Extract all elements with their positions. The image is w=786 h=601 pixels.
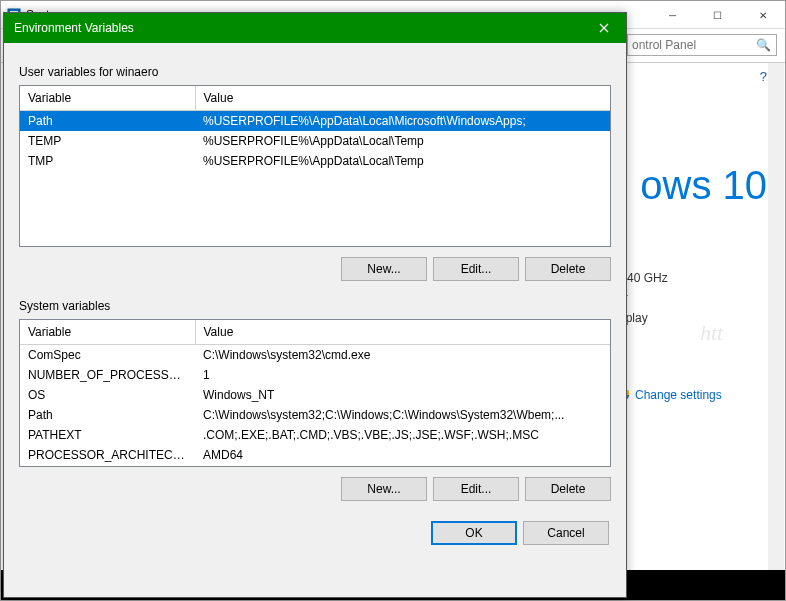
- system-specs: 3.40 GHz or isplay: [617, 268, 767, 328]
- var-value: %USERPROFILE%\AppData\Local\Temp: [195, 131, 610, 151]
- windows10-logo-text: ows 10: [617, 163, 767, 208]
- maximize-button[interactable]: ☐: [695, 1, 740, 29]
- cancel-button[interactable]: Cancel: [523, 521, 609, 545]
- var-name: Path: [20, 110, 195, 131]
- scrollbar[interactable]: [768, 63, 784, 599]
- var-value: %USERPROFILE%\AppData\Local\Microsoft\Wi…: [195, 110, 610, 131]
- system-vars-label: System variables: [19, 299, 611, 313]
- ok-button[interactable]: OK: [431, 521, 517, 545]
- var-value: 1: [195, 365, 610, 385]
- search-icon: 🔍: [756, 38, 771, 52]
- spec-line: 3.40 GHz: [617, 268, 767, 288]
- var-value: %USERPROFILE%\AppData\Local\Temp: [195, 151, 610, 171]
- system-vars-table[interactable]: Variable Value ComSpecC:\Windows\system3…: [19, 319, 611, 467]
- user-delete-button[interactable]: Delete: [525, 257, 611, 281]
- change-settings-label: Change settings: [635, 388, 722, 402]
- var-name: PROCESSOR_ARCHITECTURE: [20, 445, 195, 465]
- col-header-variable[interactable]: Variable: [20, 86, 195, 110]
- var-value: AMD64: [195, 445, 610, 465]
- table-row[interactable]: TMP%USERPROFILE%\AppData\Local\Temp: [20, 151, 610, 171]
- var-value: Windows_NT: [195, 385, 610, 405]
- user-edit-button[interactable]: Edit...: [433, 257, 519, 281]
- env-dialog: Environment Variables User variables for…: [3, 12, 627, 598]
- var-name: TEMP: [20, 131, 195, 151]
- sys-new-button[interactable]: New...: [341, 477, 427, 501]
- user-new-button[interactable]: New...: [341, 257, 427, 281]
- user-vars-table[interactable]: Variable Value Path%USERPROFILE%\AppData…: [19, 85, 611, 247]
- sys-edit-button[interactable]: Edit...: [433, 477, 519, 501]
- sys-delete-button[interactable]: Delete: [525, 477, 611, 501]
- col-header-value[interactable]: Value: [195, 320, 610, 344]
- var-name: NUMBER_OF_PROCESSORS: [20, 365, 195, 385]
- var-name: ComSpec: [20, 344, 195, 365]
- var-name: PATHEXT: [20, 425, 195, 445]
- env-close-button[interactable]: [582, 13, 626, 43]
- env-titlebar: Environment Variables: [4, 13, 626, 43]
- var-value: C:\Windows\system32;C:\Windows;C:\Window…: [195, 405, 610, 425]
- env-title: Environment Variables: [14, 21, 134, 35]
- help-icon[interactable]: ?: [760, 69, 767, 84]
- var-name: OS: [20, 385, 195, 405]
- var-name: TMP: [20, 151, 195, 171]
- change-settings-link[interactable]: Change settings: [617, 388, 767, 402]
- col-header-value[interactable]: Value: [195, 86, 610, 110]
- close-button[interactable]: ✕: [740, 1, 785, 29]
- var-name: Path: [20, 405, 195, 425]
- var-value: C:\Windows\system32\cmd.exe: [195, 344, 610, 365]
- table-row[interactable]: PROCESSOR_ARCHITECTUREAMD64: [20, 445, 610, 465]
- table-row[interactable]: PathC:\Windows\system32;C:\Windows;C:\Wi…: [20, 405, 610, 425]
- col-header-variable[interactable]: Variable: [20, 320, 195, 344]
- spec-line: isplay: [617, 308, 767, 328]
- var-value: .COM;.EXE;.BAT;.CMD;.VBS;.VBE;.JS;.JSE;.…: [195, 425, 610, 445]
- spec-line: or: [617, 288, 767, 308]
- var-value: Intel64 Family 6 Model 60 Stepping 3, Ge…: [195, 465, 610, 468]
- table-row[interactable]: TEMP%USERPROFILE%\AppData\Local\Temp: [20, 131, 610, 151]
- search-input[interactable]: [627, 34, 777, 56]
- minimize-button[interactable]: ─: [650, 1, 695, 29]
- table-row[interactable]: OSWindows_NT: [20, 385, 610, 405]
- table-row[interactable]: ComSpecC:\Windows\system32\cmd.exe: [20, 344, 610, 365]
- table-row[interactable]: PATHEXT.COM;.EXE;.BAT;.CMD;.VBS;.VBE;.JS…: [20, 425, 610, 445]
- var-name: PROCESSOR_IDENTIFIER: [20, 465, 195, 468]
- table-row[interactable]: PROCESSOR_IDENTIFIERIntel64 Family 6 Mod…: [20, 465, 610, 468]
- table-row[interactable]: NUMBER_OF_PROCESSORS1: [20, 365, 610, 385]
- user-vars-label: User variables for winaero: [19, 65, 611, 79]
- table-row[interactable]: Path%USERPROFILE%\AppData\Local\Microsof…: [20, 110, 610, 131]
